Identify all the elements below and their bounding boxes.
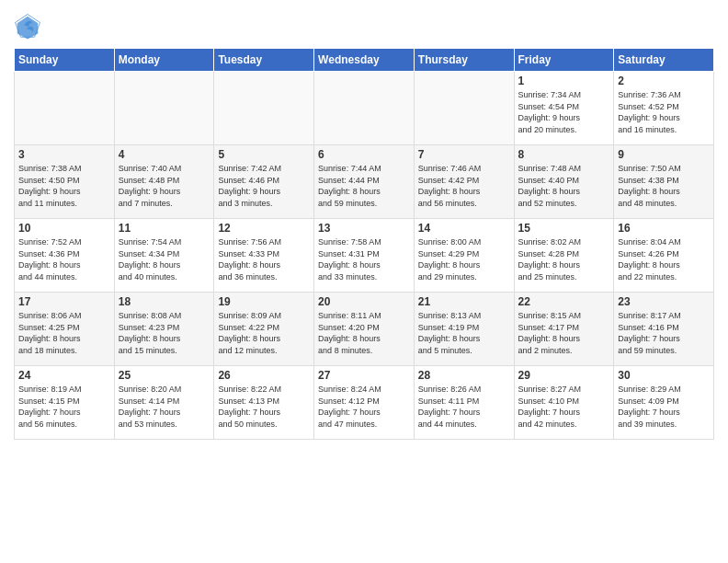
day-number: 15 bbox=[518, 222, 610, 235]
day-info: Sunrise: 8:02 AM Sunset: 4:28 PM Dayligh… bbox=[518, 236, 610, 282]
calendar-cell: 16Sunrise: 8:04 AM Sunset: 4:26 PM Dayli… bbox=[614, 219, 714, 293]
day-info: Sunrise: 7:38 AM Sunset: 4:50 PM Dayligh… bbox=[18, 163, 110, 209]
day-number: 19 bbox=[218, 295, 310, 308]
day-info: Sunrise: 8:22 AM Sunset: 4:13 PM Dayligh… bbox=[218, 384, 310, 430]
header-cell-sunday: Sunday bbox=[15, 49, 115, 72]
day-info: Sunrise: 8:26 AM Sunset: 4:11 PM Dayligh… bbox=[418, 384, 510, 430]
calendar-cell: 22Sunrise: 8:15 AM Sunset: 4:17 PM Dayli… bbox=[514, 293, 614, 366]
day-info: Sunrise: 8:06 AM Sunset: 4:25 PM Dayligh… bbox=[18, 310, 110, 356]
calendar-cell: 29Sunrise: 8:27 AM Sunset: 4:10 PM Dayli… bbox=[514, 366, 614, 440]
day-number: 11 bbox=[119, 222, 210, 235]
header-cell-monday: Monday bbox=[114, 49, 214, 72]
day-number: 16 bbox=[618, 222, 710, 235]
calendar: SundayMondayTuesdayWednesdayThursdayFrid… bbox=[14, 48, 714, 440]
calendar-cell: 27Sunrise: 8:24 AM Sunset: 4:12 PM Dayli… bbox=[314, 366, 415, 440]
day-info: Sunrise: 8:27 AM Sunset: 4:10 PM Dayligh… bbox=[518, 384, 610, 430]
day-number: 29 bbox=[518, 369, 610, 382]
calendar-cell: 8Sunrise: 7:48 AM Sunset: 4:40 PM Daylig… bbox=[514, 145, 614, 219]
day-number: 13 bbox=[318, 222, 410, 235]
day-info: Sunrise: 7:58 AM Sunset: 4:31 PM Dayligh… bbox=[318, 236, 410, 282]
day-number: 30 bbox=[618, 369, 710, 382]
calendar-cell: 30Sunrise: 8:29 AM Sunset: 4:09 PM Dayli… bbox=[614, 366, 714, 440]
day-number: 14 bbox=[418, 222, 510, 235]
day-info: Sunrise: 7:54 AM Sunset: 4:34 PM Dayligh… bbox=[119, 236, 210, 282]
header bbox=[14, 9, 714, 40]
calendar-week-2: 3Sunrise: 7:38 AM Sunset: 4:50 PM Daylig… bbox=[15, 145, 714, 219]
day-info: Sunrise: 7:52 AM Sunset: 4:36 PM Dayligh… bbox=[18, 236, 110, 282]
calendar-cell: 1Sunrise: 7:34 AM Sunset: 4:54 PM Daylig… bbox=[514, 72, 614, 145]
day-info: Sunrise: 8:24 AM Sunset: 4:12 PM Dayligh… bbox=[318, 384, 410, 430]
day-info: Sunrise: 7:48 AM Sunset: 4:40 PM Dayligh… bbox=[518, 163, 610, 209]
calendar-cell: 3Sunrise: 7:38 AM Sunset: 4:50 PM Daylig… bbox=[15, 145, 115, 219]
day-info: Sunrise: 8:15 AM Sunset: 4:17 PM Dayligh… bbox=[518, 310, 610, 356]
day-number: 25 bbox=[119, 369, 210, 382]
calendar-cell bbox=[214, 72, 314, 145]
calendar-cell: 17Sunrise: 8:06 AM Sunset: 4:25 PM Dayli… bbox=[15, 293, 115, 366]
calendar-cell: 11Sunrise: 7:54 AM Sunset: 4:34 PM Dayli… bbox=[114, 219, 214, 293]
calendar-cell: 18Sunrise: 8:08 AM Sunset: 4:23 PM Dayli… bbox=[114, 293, 214, 366]
calendar-cell: 24Sunrise: 8:19 AM Sunset: 4:15 PM Dayli… bbox=[15, 366, 115, 440]
calendar-cell: 5Sunrise: 7:42 AM Sunset: 4:46 PM Daylig… bbox=[214, 145, 314, 219]
header-row: SundayMondayTuesdayWednesdayThursdayFrid… bbox=[15, 49, 714, 72]
header-cell-wednesday: Wednesday bbox=[314, 49, 415, 72]
day-number: 7 bbox=[418, 148, 510, 161]
day-number: 4 bbox=[119, 148, 210, 161]
calendar-cell: 2Sunrise: 7:36 AM Sunset: 4:52 PM Daylig… bbox=[614, 72, 714, 145]
calendar-cell: 14Sunrise: 8:00 AM Sunset: 4:29 PM Dayli… bbox=[414, 219, 514, 293]
day-number: 5 bbox=[218, 148, 310, 161]
day-number: 3 bbox=[18, 148, 110, 161]
calendar-cell: 21Sunrise: 8:13 AM Sunset: 4:19 PM Dayli… bbox=[414, 293, 514, 366]
day-info: Sunrise: 8:13 AM Sunset: 4:19 PM Dayligh… bbox=[418, 310, 510, 356]
day-info: Sunrise: 8:04 AM Sunset: 4:26 PM Dayligh… bbox=[618, 236, 710, 282]
day-info: Sunrise: 8:19 AM Sunset: 4:15 PM Dayligh… bbox=[18, 384, 110, 430]
day-info: Sunrise: 8:11 AM Sunset: 4:20 PM Dayligh… bbox=[318, 310, 410, 356]
calendar-cell: 28Sunrise: 8:26 AM Sunset: 4:11 PM Dayli… bbox=[414, 366, 514, 440]
calendar-cell: 20Sunrise: 8:11 AM Sunset: 4:20 PM Dayli… bbox=[314, 293, 415, 366]
day-number: 22 bbox=[518, 295, 610, 308]
calendar-cell: 19Sunrise: 8:09 AM Sunset: 4:22 PM Dayli… bbox=[214, 293, 314, 366]
calendar-cell: 15Sunrise: 8:02 AM Sunset: 4:28 PM Dayli… bbox=[514, 219, 614, 293]
calendar-cell: 10Sunrise: 7:52 AM Sunset: 4:36 PM Dayli… bbox=[15, 219, 115, 293]
header-cell-friday: Friday bbox=[514, 49, 614, 72]
day-info: Sunrise: 8:09 AM Sunset: 4:22 PM Dayligh… bbox=[218, 310, 310, 356]
day-info: Sunrise: 7:40 AM Sunset: 4:48 PM Dayligh… bbox=[119, 163, 210, 209]
calendar-week-4: 17Sunrise: 8:06 AM Sunset: 4:25 PM Dayli… bbox=[15, 293, 714, 366]
day-number: 6 bbox=[318, 148, 410, 161]
day-number: 27 bbox=[318, 369, 410, 382]
day-number: 21 bbox=[418, 295, 510, 308]
day-info: Sunrise: 7:44 AM Sunset: 4:44 PM Dayligh… bbox=[318, 163, 410, 209]
calendar-cell: 23Sunrise: 8:17 AM Sunset: 4:16 PM Dayli… bbox=[614, 293, 714, 366]
calendar-cell bbox=[114, 72, 214, 145]
day-number: 18 bbox=[119, 295, 210, 308]
day-number: 1 bbox=[518, 75, 610, 87]
day-number: 23 bbox=[618, 295, 710, 308]
calendar-cell: 6Sunrise: 7:44 AM Sunset: 4:44 PM Daylig… bbox=[314, 145, 415, 219]
day-number: 12 bbox=[218, 222, 310, 235]
logo bbox=[14, 13, 45, 40]
day-info: Sunrise: 7:46 AM Sunset: 4:42 PM Dayligh… bbox=[418, 163, 510, 209]
header-cell-saturday: Saturday bbox=[614, 49, 714, 72]
logo-icon bbox=[14, 13, 41, 40]
day-number: 17 bbox=[18, 295, 110, 308]
page: SundayMondayTuesdayWednesdayThursdayFrid… bbox=[0, 0, 728, 563]
day-info: Sunrise: 7:36 AM Sunset: 4:52 PM Dayligh… bbox=[618, 89, 710, 135]
day-number: 10 bbox=[18, 222, 110, 235]
calendar-cell: 12Sunrise: 7:56 AM Sunset: 4:33 PM Dayli… bbox=[214, 219, 314, 293]
day-info: Sunrise: 8:29 AM Sunset: 4:09 PM Dayligh… bbox=[618, 384, 710, 430]
day-number: 24 bbox=[18, 369, 110, 382]
calendar-cell: 25Sunrise: 8:20 AM Sunset: 4:14 PM Dayli… bbox=[114, 366, 214, 440]
calendar-cell: 9Sunrise: 7:50 AM Sunset: 4:38 PM Daylig… bbox=[614, 145, 714, 219]
calendar-cell: 26Sunrise: 8:22 AM Sunset: 4:13 PM Dayli… bbox=[214, 366, 314, 440]
calendar-cell bbox=[15, 72, 115, 145]
day-info: Sunrise: 8:08 AM Sunset: 4:23 PM Dayligh… bbox=[119, 310, 210, 356]
day-info: Sunrise: 8:00 AM Sunset: 4:29 PM Dayligh… bbox=[418, 236, 510, 282]
calendar-week-3: 10Sunrise: 7:52 AM Sunset: 4:36 PM Dayli… bbox=[15, 219, 714, 293]
calendar-cell: 7Sunrise: 7:46 AM Sunset: 4:42 PM Daylig… bbox=[414, 145, 514, 219]
day-number: 8 bbox=[518, 148, 610, 161]
calendar-cell: 13Sunrise: 7:58 AM Sunset: 4:31 PM Dayli… bbox=[314, 219, 415, 293]
day-number: 2 bbox=[618, 75, 710, 87]
day-info: Sunrise: 7:50 AM Sunset: 4:38 PM Dayligh… bbox=[618, 163, 710, 209]
day-number: 26 bbox=[218, 369, 310, 382]
day-info: Sunrise: 7:56 AM Sunset: 4:33 PM Dayligh… bbox=[218, 236, 310, 282]
day-number: 28 bbox=[418, 369, 510, 382]
